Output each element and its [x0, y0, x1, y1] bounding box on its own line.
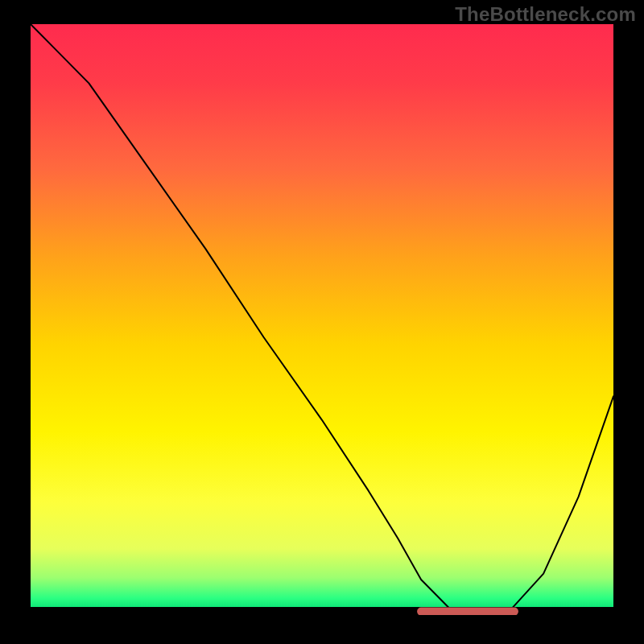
watermark-text: TheBottleneck.com: [455, 3, 636, 26]
bottleneck-curve: [31, 24, 613, 615]
plot-area: [31, 24, 613, 615]
chart-frame: TheBottleneck.com: [0, 0, 644, 644]
